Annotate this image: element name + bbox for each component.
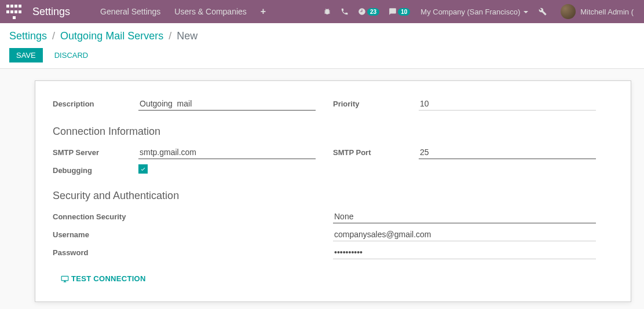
dev-tools-icon[interactable]	[534, 8, 551, 16]
nav-general-settings[interactable]: General Settings	[93, 7, 167, 16]
activities-icon[interactable]: 23	[353, 8, 384, 16]
monitor-icon	[61, 275, 69, 283]
label-priority: Priority	[333, 97, 419, 108]
smtp-port-input[interactable]	[419, 146, 596, 159]
breadcrumb-root[interactable]: Settings	[9, 30, 47, 42]
breadcrumb-parent[interactable]: Outgoing Mail Servers	[60, 30, 163, 42]
username-input[interactable]	[333, 228, 596, 241]
messages-badge: 10	[398, 8, 410, 16]
password-input[interactable]	[333, 246, 596, 259]
chevron-down-icon	[524, 11, 528, 13]
description-input[interactable]	[138, 97, 316, 111]
user-menu[interactable]: Mitchell Admin (	[551, 4, 638, 19]
company-switcher[interactable]: My Company (San Francisco)	[415, 8, 534, 16]
label-smtp-port: SMTP Port	[333, 146, 419, 157]
priority-input[interactable]	[419, 97, 596, 111]
smtp-server-input[interactable]	[138, 146, 316, 159]
label-username: Username	[53, 228, 138, 239]
discard-button[interactable]: Discard	[47, 48, 96, 62]
nav-add-menu[interactable]: +	[254, 6, 273, 17]
label-debugging: Debugging	[53, 164, 138, 175]
debugging-checkbox[interactable]	[138, 164, 148, 174]
debug-icon[interactable]	[319, 8, 336, 16]
section-connection: Connection Information	[53, 126, 613, 138]
form-sheet: Description Priority Connection Informat…	[35, 80, 631, 302]
label-smtp-server: SMTP Server	[53, 146, 138, 157]
check-icon	[140, 166, 146, 172]
phone-icon[interactable]	[336, 8, 353, 16]
section-security: Security and Authentication	[53, 190, 613, 202]
app-brand[interactable]: Settings	[32, 6, 70, 18]
save-button[interactable]: Save	[9, 48, 43, 62]
nav-users-companies[interactable]: Users & Companies	[167, 7, 254, 16]
avatar	[561, 4, 576, 19]
messages-icon[interactable]: 10	[384, 8, 415, 16]
apps-icon[interactable]	[6, 3, 22, 20]
breadcrumb-current: New	[177, 30, 197, 42]
connection-security-select[interactable]: None	[333, 210, 596, 223]
test-connection-button[interactable]: Test Connection	[61, 274, 146, 283]
label-password: Password	[53, 246, 138, 257]
control-panel: Settings / Outgoing Mail Servers / New S…	[0, 23, 644, 69]
label-description: Description	[53, 97, 138, 108]
label-connection-security: Connection Security	[53, 210, 138, 221]
activities-badge: 23	[367, 8, 379, 16]
breadcrumb: Settings / Outgoing Mail Servers / New	[9, 30, 635, 42]
top-navbar: Settings General Settings Users & Compan…	[0, 0, 644, 23]
